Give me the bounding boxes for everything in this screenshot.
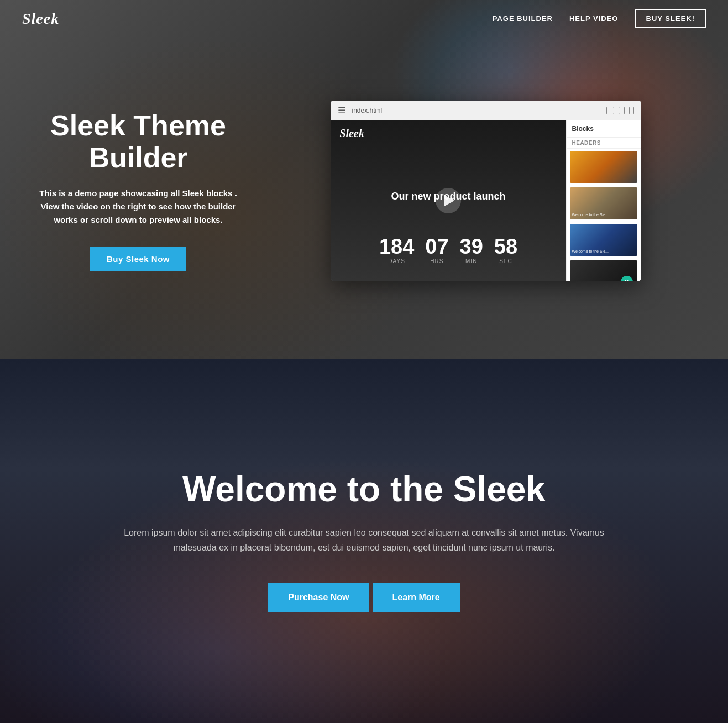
sidebar-header: Blocks <box>567 120 641 138</box>
nav-buy-button[interactable]: BUY SLEEK! <box>635 9 706 28</box>
welcome-section: Welcome to the Sleek Lorem ipsum dolor s… <box>0 359 728 723</box>
countdown-min-label: MIN <box>460 258 483 264</box>
browser-mockup: ☰ index.html Sleek Our new product laun <box>331 101 641 281</box>
browser-monitor-icon <box>606 107 614 114</box>
welcome-content: Welcome to the Sleek Lorem ipsum dolor s… <box>116 470 613 613</box>
welcome-buttons: Purchase Now Learn More <box>116 583 613 612</box>
play-icon <box>444 195 454 206</box>
welcome-description: Lorem ipsum dolor sit amet adipiscing el… <box>116 525 613 555</box>
browser-menu-icon: ☰ <box>338 105 345 116</box>
sidebar-thumb-2-text: Welcome to the Sle... <box>572 213 635 217</box>
browser-countdown: 184 DAYS 07 HRS 39 MIN <box>331 236 566 264</box>
sidebar-close-button[interactable]: x <box>621 276 633 281</box>
hero-description: This is a demo page showcasing all Sleek… <box>33 187 243 227</box>
countdown-min: 39 MIN <box>460 236 483 264</box>
browser-controls <box>606 107 634 114</box>
hero-buy-button[interactable]: Buy Sleek Now <box>90 247 186 271</box>
hero-section: Sleek Theme Builder This is a demo page … <box>0 0 728 359</box>
countdown-days-label: DAYS <box>379 258 414 264</box>
countdown-hrs-label: HRS <box>425 258 448 264</box>
navbar: Sleek PAGE BUILDER HELP VIDEO BUY SLEEK! <box>0 0 728 37</box>
countdown-hrs-num: 07 <box>425 236 448 257</box>
browser-url: index.html <box>352 107 600 114</box>
sidebar-thumb-1[interactable] <box>570 151 637 183</box>
welcome-title: Welcome to the Sleek <box>116 470 613 509</box>
browser-tablet-icon <box>619 107 625 114</box>
hero-left: Sleek Theme Builder This is a demo page … <box>33 110 243 271</box>
nav-link-page-builder[interactable]: PAGE BUILDER <box>493 14 553 23</box>
learn-more-button[interactable]: Learn More <box>373 583 460 612</box>
browser-body: Sleek Our new product launch 184 DAYS <box>331 120 641 281</box>
nav-logo: Sleek <box>22 10 59 28</box>
countdown-sec-num: 58 <box>494 236 517 257</box>
sidebar-section-headers: HEADERS <box>567 138 641 149</box>
browser-site-logo: Sleek <box>340 127 364 140</box>
countdown-sec: 58 SEC <box>494 236 517 264</box>
sidebar-thumb-3-text: Welcome to the Sle... <box>572 249 635 254</box>
sidebar-thumb-4[interactable]: Our new product lau... x <box>570 260 637 281</box>
hero-content: Sleek Theme Builder This is a demo page … <box>0 56 728 303</box>
browser-main-content: Sleek Our new product launch 184 DAYS <box>331 120 566 281</box>
sidebar-thumb-2[interactable]: Welcome to the Sle... <box>570 187 637 219</box>
browser-sidebar: Blocks HEADERS Welcome to the Sle... Wel… <box>566 120 641 281</box>
purchase-now-button[interactable]: Purchase Now <box>268 583 369 612</box>
countdown-sec-label: SEC <box>494 258 517 264</box>
sidebar-thumb-3[interactable]: Welcome to the Sle... <box>570 224 637 256</box>
browser-phone-icon <box>629 107 634 114</box>
hero-title: Sleek Theme Builder <box>33 110 243 173</box>
countdown-days: 184 DAYS <box>379 236 414 264</box>
countdown-days-num: 184 <box>379 236 414 257</box>
hero-cta: Buy Sleek Now <box>33 247 243 271</box>
browser-bar: ☰ index.html <box>331 101 641 120</box>
nav-link-help-video[interactable]: HELP VIDEO <box>569 14 619 23</box>
countdown-min-num: 39 <box>460 236 483 257</box>
browser-main: Sleek Our new product launch 184 DAYS <box>331 120 566 281</box>
nav-links: PAGE BUILDER HELP VIDEO BUY SLEEK! <box>493 9 706 28</box>
browser-play-button[interactable] <box>436 188 461 213</box>
countdown-hrs: 07 HRS <box>425 236 448 264</box>
hero-right: ☰ index.html Sleek Our new product laun <box>276 101 695 281</box>
